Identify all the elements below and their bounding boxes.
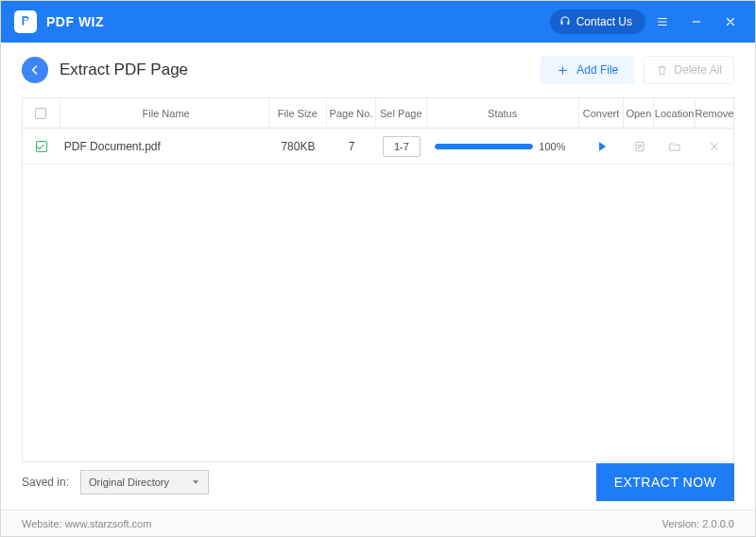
- back-button[interactable]: [22, 57, 48, 83]
- cell-page-no: 7: [327, 140, 376, 153]
- close-button[interactable]: [713, 1, 747, 43]
- add-file-button[interactable]: Add File: [541, 56, 634, 84]
- convert-button[interactable]: [593, 138, 610, 155]
- col-file-size: File Size: [269, 98, 328, 128]
- col-remove: Remove: [696, 98, 733, 128]
- col-page-no: Page No.: [327, 98, 376, 128]
- col-open: Open: [624, 98, 654, 128]
- save-location-select[interactable]: Original Directory: [80, 470, 209, 494]
- titlebar: PDF WIZ Contact Us: [1, 1, 755, 43]
- cell-file-name: PDF Document.pdf: [60, 140, 269, 153]
- add-file-label: Add File: [576, 63, 618, 77]
- open-location-button[interactable]: [666, 138, 683, 155]
- hamburger-menu-button[interactable]: [645, 1, 679, 43]
- col-status: Status: [427, 98, 579, 128]
- progress-text: 100%: [539, 141, 571, 152]
- col-file-name: File Name: [60, 98, 269, 128]
- col-convert: Convert: [579, 98, 625, 128]
- footer-version: Version: 2.0.0.0: [662, 518, 734, 529]
- contact-us-label: Contact Us: [576, 15, 632, 28]
- table-header: File Name File Size Page No. Sel Page St…: [23, 98, 733, 129]
- remove-row-button[interactable]: [706, 138, 723, 155]
- col-sel-page: Sel Page: [376, 98, 427, 128]
- saved-in-label: Saved in:: [22, 476, 69, 489]
- app-title: PDF WIZ: [46, 14, 104, 29]
- footer-website: Website: www.starzsoft.com: [22, 518, 151, 529]
- row-checkbox[interactable]: [36, 141, 47, 152]
- delete-all-label: Delete All: [674, 63, 722, 77]
- file-table: File Name File Size Page No. Sel Page St…: [22, 97, 734, 462]
- contact-us-button[interactable]: Contact Us: [550, 9, 645, 34]
- bottom-bar: Saved in: Original Directory EXTRACT NOW: [22, 460, 734, 504]
- chevron-down-icon: [191, 477, 200, 487]
- save-location-value: Original Directory: [89, 476, 169, 488]
- sel-page-input[interactable]: [383, 136, 421, 157]
- delete-all-button[interactable]: Delete All: [644, 56, 734, 84]
- extract-now-button[interactable]: EXTRACT NOW: [596, 463, 734, 501]
- page-header: Extract PDF Page Add File Delete All: [22, 56, 734, 84]
- minimize-button[interactable]: [679, 1, 713, 43]
- progress-bar: [435, 144, 533, 149]
- app-logo: [14, 10, 37, 33]
- table-row: PDF Document.pdf 780KB 7 100%: [23, 129, 733, 165]
- select-all-checkbox[interactable]: [35, 108, 46, 119]
- page-title: Extract PDF Page: [60, 61, 188, 79]
- footer: Website: www.starzsoft.com Version: 2.0.…: [1, 510, 755, 536]
- open-file-button[interactable]: [631, 138, 648, 155]
- col-location: Location: [654, 98, 696, 128]
- cell-file-size: 780KB: [269, 140, 328, 153]
